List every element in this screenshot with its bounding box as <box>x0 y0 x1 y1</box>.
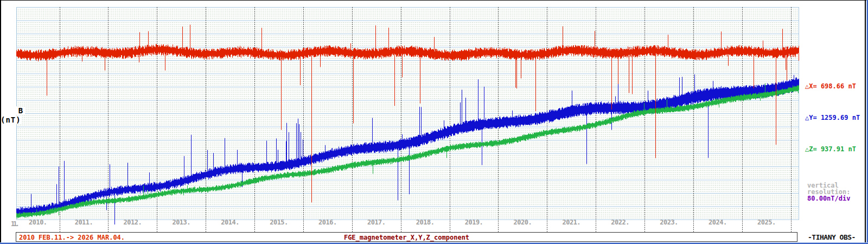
x-axis-year-label: 2023. <box>660 219 678 226</box>
x-axis-year-label: 2017. <box>367 219 386 226</box>
magnetogram-plot <box>16 7 799 235</box>
window-border-left <box>0 0 1 244</box>
x-axis-year-label: 2016. <box>318 219 337 226</box>
vertical-resolution-block: vertical resolution: 80.00nT/div <box>807 182 850 202</box>
vertical-resolution-value: 80.00nT/div <box>807 195 850 202</box>
window-border-top <box>0 0 868 1</box>
delta-y-readout: △Y= 1259.69 nT <box>805 114 860 121</box>
magnetogram-window: B (nT) 2010.2011.2012.2013.2014.2015.201… <box>0 0 868 244</box>
y-axis-label-b: B <box>16 106 25 115</box>
x-axis-year-label: 2021. <box>562 219 580 226</box>
footer-date-range: 2010 FEB.11.-> 2026 MAR.04. <box>19 234 125 241</box>
x-axis-year-label: 2010. <box>29 219 47 226</box>
x-axis-year-label: 2025. <box>757 219 776 226</box>
x-axis-year-label: 2024. <box>709 219 727 226</box>
x-axis-year-label: 2015. <box>270 219 288 226</box>
x-axis-year-label: 2020. <box>514 219 532 226</box>
observatory-label: -TIHANY OBS- <box>808 233 856 241</box>
x-axis-year-label: 2012. <box>124 219 142 226</box>
x-axis-year-label: 2014. <box>221 219 239 226</box>
delta-x-readout: △X= 698.66 nT <box>805 82 856 90</box>
x-axis-year-label: 2013. <box>172 219 190 226</box>
delta-z-readout: △Z= 937.91 nT <box>805 145 856 153</box>
x-axis-year-label: 2022. <box>611 219 629 226</box>
footer-status-bar: FGE_magnetometer_X,Y,Z_component 2010 FE… <box>16 232 797 242</box>
x-axis-year-label: 2018. <box>416 219 435 226</box>
x-axis-year-labels: 2010.2011.2012.2013.2014.2015.2016.2017.… <box>0 219 868 227</box>
x-axis-year-label: 2011. <box>75 219 93 226</box>
footer-program-title: FGE_magnetometer_X,Y,Z_component <box>16 234 797 241</box>
x-axis-year-label: 2019. <box>465 219 483 226</box>
y-axis-label-unit: (nT) <box>1 115 22 124</box>
x-axis-start-day-label: 11. <box>11 220 18 228</box>
window-border-right <box>865 0 866 244</box>
